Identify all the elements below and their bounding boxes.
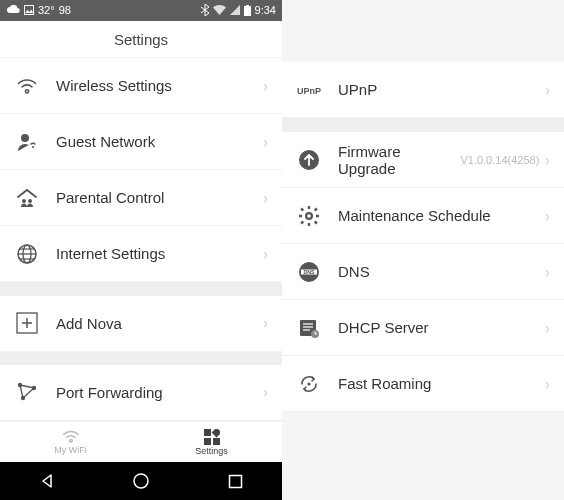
tab-label: Settings: [195, 446, 228, 456]
chevron-right-icon: ›: [263, 384, 268, 400]
svg-point-4: [32, 146, 34, 148]
tab-mywifi[interactable]: My WiFi: [0, 422, 141, 463]
row-wireless-settings[interactable]: Wireless Settings ›: [0, 58, 282, 114]
dhcp-icon: [296, 315, 322, 341]
android-nav-bar: [0, 462, 282, 500]
row-internet-settings[interactable]: Internet Settings ›: [0, 226, 282, 282]
row-label: Firmware Upgrade: [338, 143, 460, 177]
svg-rect-22: [211, 429, 219, 437]
tab-settings[interactable]: Settings: [141, 422, 282, 463]
chevron-right-icon: ›: [545, 152, 550, 168]
row-label: Guest Network: [56, 133, 263, 150]
svg-rect-33: [300, 207, 304, 211]
row-label: Wireless Settings: [56, 77, 263, 94]
svg-rect-26: [229, 475, 241, 487]
row-label: Port Forwarding: [56, 384, 263, 401]
chevron-right-icon: ›: [545, 82, 550, 98]
globe-icon: [14, 241, 40, 267]
tab-label: My WiFi: [54, 445, 87, 455]
right-list-1: UPnP UPnP ›: [282, 62, 564, 118]
svg-rect-0: [25, 6, 34, 15]
squares-icon: [204, 429, 220, 445]
svg-text:UPnP: UPnP: [297, 86, 321, 96]
row-fast-roaming[interactable]: Fast Roaming ›: [282, 356, 564, 412]
svg-rect-30: [308, 223, 310, 226]
section-gap: [0, 282, 282, 295]
right-list-2: Firmware Upgrade V1.0.0.14(4258) › Maint…: [282, 132, 564, 412]
row-port-forwarding[interactable]: Port Forwarding ›: [0, 365, 282, 421]
wifi-icon: [213, 5, 226, 15]
settings-list-1: Wireless Settings › Guest Network › Pare…: [0, 58, 282, 282]
row-label: UPnP: [338, 81, 545, 98]
page-title: Settings: [0, 21, 282, 59]
row-label: Add Nova: [56, 315, 263, 332]
settings-list-3: Port Forwarding ›: [0, 365, 282, 421]
bluetooth-icon: [201, 4, 209, 16]
row-firmware-upgrade[interactable]: Firmware Upgrade V1.0.0.14(4258) ›: [282, 132, 564, 188]
svg-point-45: [307, 382, 310, 385]
svg-line-19: [20, 385, 23, 398]
bottom-tabs: My WiFi Settings: [0, 421, 282, 463]
plus-icon: [14, 310, 40, 336]
chevron-right-icon: ›: [545, 208, 550, 224]
chevron-right-icon: ›: [263, 190, 268, 206]
svg-rect-35: [314, 207, 318, 211]
guest-icon: [14, 129, 40, 155]
svg-rect-23: [204, 438, 211, 445]
chevron-right-icon: ›: [545, 376, 550, 392]
parental-icon: [14, 185, 40, 211]
svg-point-25: [134, 474, 148, 488]
upgrade-icon: [296, 147, 322, 173]
row-label: DNS: [338, 263, 545, 280]
upnp-icon: UPnP: [296, 77, 322, 103]
row-maintenance-schedule[interactable]: Maintenance Schedule ›: [282, 188, 564, 244]
row-label: Parental Control: [56, 189, 263, 206]
right-bottom-fill: [282, 412, 564, 500]
nav-back[interactable]: [36, 470, 58, 492]
row-trail: V1.0.0.14(4258): [460, 154, 539, 166]
signal-icon: [230, 5, 240, 15]
row-label: Internet Settings: [56, 245, 263, 262]
chevron-right-icon: ›: [545, 320, 550, 336]
row-upnp[interactable]: UPnP UPnP ›: [282, 62, 564, 118]
svg-rect-34: [314, 220, 318, 224]
row-parental-control[interactable]: Parental Control ›: [0, 170, 282, 226]
gear-icon: [296, 203, 322, 229]
section-gap: [0, 352, 282, 365]
nav-home[interactable]: [130, 470, 152, 492]
svg-rect-24: [213, 438, 220, 445]
row-dhcp-server[interactable]: DHCP Server ›: [282, 300, 564, 356]
nav-recent[interactable]: [224, 470, 246, 492]
row-label: Fast Roaming: [338, 375, 545, 392]
chevron-right-icon: ›: [263, 78, 268, 94]
chevron-right-icon: ›: [263, 246, 268, 262]
svg-rect-36: [300, 220, 304, 224]
roaming-icon: [296, 371, 322, 397]
status-time: 9:34: [255, 4, 276, 16]
status-temp: 32°: [38, 4, 55, 16]
svg-text:DNS: DNS: [303, 268, 315, 274]
page-title-text: Settings: [114, 31, 168, 48]
svg-point-3: [21, 134, 29, 142]
svg-rect-1: [244, 6, 251, 16]
row-add-nova[interactable]: Add Nova ›: [0, 296, 282, 352]
row-dns[interactable]: DNS DNS ›: [282, 244, 564, 300]
cloud-icon: [6, 5, 20, 15]
svg-rect-2: [246, 5, 249, 7]
svg-rect-32: [316, 214, 319, 216]
svg-rect-21: [204, 429, 211, 436]
svg-point-5: [22, 199, 26, 203]
chevron-right-icon: ›: [263, 315, 268, 331]
wifi-icon: [14, 73, 40, 99]
portfwd-icon: [14, 379, 40, 405]
svg-point-6: [28, 199, 32, 203]
image-icon: [24, 5, 34, 15]
settings-list-2: Add Nova ›: [0, 296, 282, 352]
status-bar: 32° 98 9:34: [0, 0, 282, 21]
dns-icon: DNS: [296, 259, 322, 285]
right-top-gap: [282, 0, 564, 62]
section-gap: [282, 118, 564, 132]
svg-rect-29: [308, 206, 310, 209]
svg-rect-31: [299, 214, 302, 216]
row-guest-network[interactable]: Guest Network ›: [0, 114, 282, 170]
